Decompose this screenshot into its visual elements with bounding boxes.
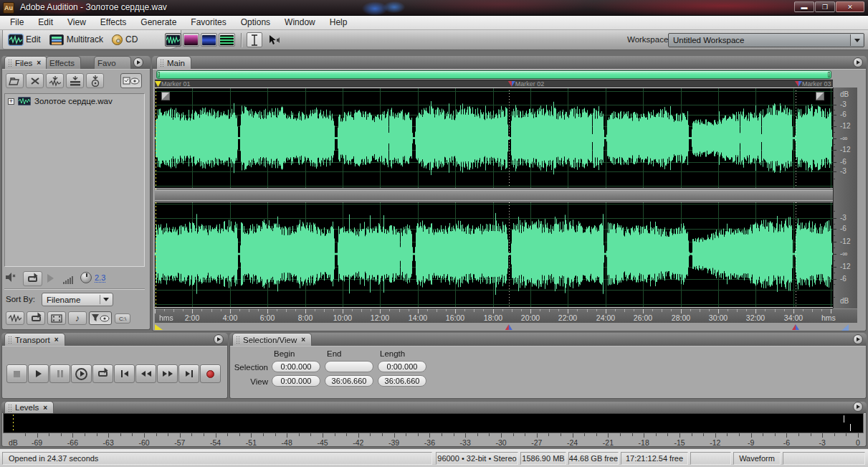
tab-main[interactable]: Main	[156, 56, 191, 69]
pause-button[interactable]	[49, 364, 70, 383]
selection-start-handle[interactable]	[155, 324, 163, 330]
marker-flag-icon[interactable]	[795, 81, 802, 87]
close-tab-icon[interactable]: ×	[54, 336, 59, 344]
tab-selection-view[interactable]: Selection/View ×	[232, 333, 312, 346]
tab-transport[interactable]: Transport ×	[4, 333, 65, 346]
amplitude-ruler[interactable]: dB-3-3-6-6-12-12-∞dB-3-6-6-12-12-∞	[833, 88, 857, 308]
restore-button[interactable]: ❐	[815, 1, 835, 12]
vertical-zoom-grabber-right[interactable]	[816, 92, 824, 100]
length-header: Length	[380, 349, 405, 358]
menu-view[interactable]: View	[60, 16, 93, 29]
view-begin-field[interactable]: 0:00.000	[272, 375, 320, 387]
spectral-frequency-view-button[interactable]	[183, 33, 199, 47]
loop-playback-button[interactable]	[23, 271, 42, 286]
marker-flag-icon[interactable]	[508, 81, 515, 87]
close-tab-icon[interactable]: ×	[301, 336, 305, 344]
main-panel-menu-button[interactable]	[853, 57, 863, 67]
cd-view-button[interactable]: CD	[110, 33, 142, 47]
selection-length-field[interactable]: 0:00.000	[378, 361, 426, 372]
view-end-field[interactable]: 36:06.660	[325, 375, 373, 387]
expand-icon[interactable]: +	[8, 98, 14, 105]
levels-panel-menu-button[interactable]	[853, 402, 863, 412]
menu-favorites[interactable]: Favorites	[183, 16, 233, 29]
selection-view-panel-menu-button[interactable]	[853, 334, 863, 344]
auto-play-icon[interactable]	[4, 272, 17, 286]
minimize-button[interactable]: ▬	[794, 1, 814, 12]
sort-dropdown-arrow[interactable]	[100, 295, 111, 304]
amplitude-tick-label: -∞	[840, 250, 847, 258]
waveform-view-button[interactable]	[165, 33, 181, 47]
overview-left-handle[interactable]	[158, 72, 160, 77]
play-button[interactable]	[28, 364, 49, 383]
play-from-cursor-button[interactable]	[71, 364, 92, 383]
view-length-field[interactable]: 36:06.660	[378, 375, 426, 387]
tab-levels[interactable]: Levels ×	[4, 401, 54, 413]
level-meter[interactable]	[3, 413, 864, 433]
overview-right-handle[interactable]	[828, 72, 830, 77]
record-button[interactable]	[200, 364, 221, 383]
close-file-button[interactable]	[26, 73, 44, 88]
marker-position-icon[interactable]	[505, 324, 512, 330]
files-panel-menu-button[interactable]	[133, 57, 143, 67]
stop-button[interactable]	[6, 364, 27, 383]
filter-options-toggle[interactable]	[89, 311, 112, 325]
fast-forward-button[interactable]	[157, 364, 178, 383]
vertical-zoom-grabber-left[interactable]	[161, 92, 170, 100]
channel-separator[interactable]	[155, 189, 833, 201]
insert-into-multitrack-button[interactable]	[66, 73, 84, 88]
selection-begin-field[interactable]: 0:00.000	[272, 361, 320, 372]
rewind-button[interactable]	[135, 364, 156, 383]
insert-into-wave-button[interactable]	[46, 73, 64, 88]
preview-play-button[interactable]	[47, 274, 54, 283]
workspace-dropdown-arrow[interactable]	[850, 34, 863, 46]
close-tab-icon[interactable]: ×	[37, 59, 41, 67]
close-tab-icon[interactable]: ×	[43, 404, 47, 412]
volume-knob[interactable]	[80, 272, 92, 283]
view-end-handle[interactable]	[841, 324, 849, 331]
menu-help[interactable]: Help	[323, 16, 355, 29]
insert-into-cd-button[interactable]	[86, 73, 104, 88]
tab-effects[interactable]: Effects	[46, 56, 81, 69]
marker-position-icon[interactable]	[792, 324, 799, 330]
tab-favorites[interactable]: Favo	[94, 56, 131, 69]
music-note-icon: ♪	[75, 313, 80, 324]
multitrack-view-button[interactable]: Multitrack	[48, 33, 108, 47]
menu-generate[interactable]: Generate	[133, 16, 183, 29]
edit-view-button[interactable]: Edit	[7, 33, 45, 47]
menu-edit[interactable]: Edit	[31, 16, 60, 29]
show-midi-files-button[interactable]: ♪	[68, 311, 87, 325]
selection-end-field[interactable]	[325, 361, 373, 372]
menu-window[interactable]: Window	[277, 16, 323, 29]
sort-by-dropdown[interactable]: Filename	[42, 293, 113, 306]
marker-strip[interactable]: Marker 01Marker 02Marker 03	[155, 80, 833, 88]
go-to-beginning-button[interactable]	[114, 364, 135, 383]
view-mode-buttons	[165, 33, 235, 47]
transport-panel-menu-button[interactable]	[214, 334, 224, 344]
show-full-path-button[interactable]: C:\	[115, 313, 130, 324]
spectral-phase-view-button[interactable]	[219, 33, 235, 47]
play-looped-button[interactable]	[92, 364, 113, 383]
timeline-ruler[interactable]: 2:004:006:008:0010:0012:0014:0016:0018:0…	[155, 308, 857, 323]
workspace-dropdown[interactable]: Untitled Workspace	[668, 33, 864, 47]
time-selection-tool-button[interactable]	[247, 32, 262, 47]
waveform-display[interactable]	[155, 88, 833, 308]
tab-files[interactable]: Files ×	[4, 56, 47, 69]
show-loop-files-button[interactable]	[27, 311, 45, 325]
overview-scroll-bar[interactable]	[156, 70, 831, 79]
scrub-tool-button[interactable]	[267, 32, 282, 47]
open-file-button[interactable]	[6, 73, 24, 88]
menu-effects[interactable]: Effects	[93, 16, 133, 29]
menu-file[interactable]: File	[3, 16, 31, 29]
show-audio-files-button[interactable]	[6, 311, 24, 325]
close-button[interactable]: ✕	[836, 1, 864, 12]
go-to-end-button[interactable]	[178, 364, 199, 383]
show-options-toggle[interactable]	[120, 73, 142, 88]
timeline-marker-strip[interactable]	[155, 323, 857, 331]
menu-options[interactable]: Options	[234, 16, 277, 29]
file-tree-item[interactable]: + Золотое сердце.wav	[5, 94, 144, 105]
peak-indicator-left	[844, 415, 844, 423]
grip-dots-icon	[8, 404, 12, 412]
show-video-files-button[interactable]	[47, 311, 66, 325]
knob-value[interactable]: 2.3	[95, 273, 105, 283]
spectral-pan-view-button[interactable]	[201, 33, 217, 47]
